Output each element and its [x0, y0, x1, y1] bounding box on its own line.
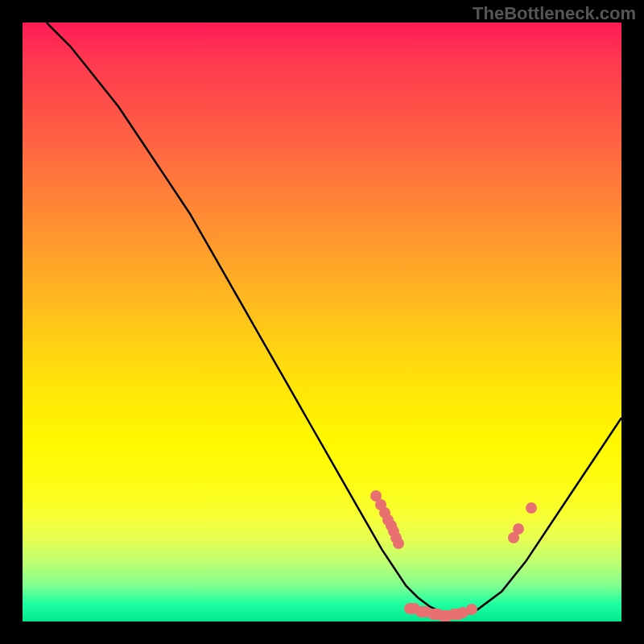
chart-dot [382, 514, 394, 526]
chart-dot [427, 609, 444, 620]
chart-dot [388, 526, 399, 537]
chart-dot [393, 538, 404, 549]
chart-curve [23, 23, 621, 621]
chart-dot [526, 502, 537, 514]
chart-dot [379, 507, 390, 518]
watermark-text: TheBottleneck.com [473, 3, 636, 24]
chart-dot [375, 499, 386, 510]
chart-dot [370, 490, 382, 502]
chart-dot [390, 532, 402, 543]
chart-dot [508, 532, 519, 543]
chart-dot [466, 604, 477, 615]
chart-dot [437, 610, 453, 621]
chart-dot [457, 607, 469, 618]
chart-dot [513, 523, 524, 535]
chart-plot-area [23, 23, 621, 621]
chart-dot [404, 603, 420, 614]
chart-dot [448, 609, 464, 620]
chart-dot [386, 520, 397, 531]
chart-dot [415, 606, 431, 617]
